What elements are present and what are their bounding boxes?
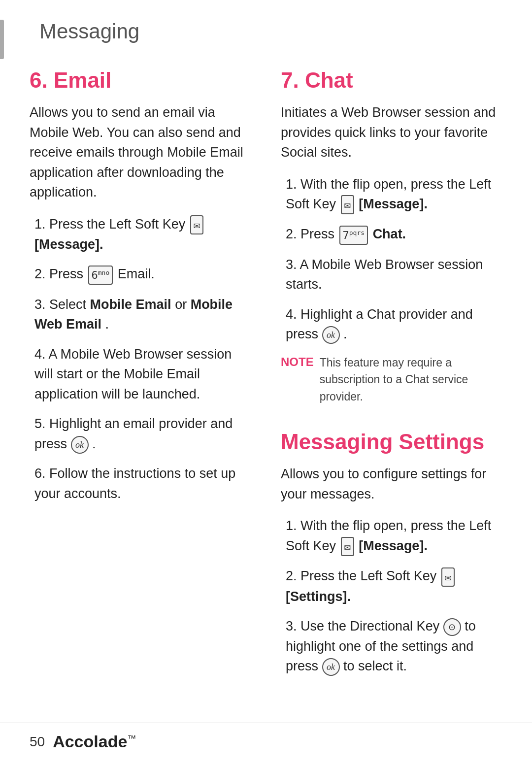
step-1-label: [Message]. <box>34 237 103 252</box>
step-1-num: 1. Press the Left Soft Key <box>34 217 189 232</box>
chat-step-1: 1. With the flip open, press the Left So… <box>281 174 502 215</box>
ms-step-3-text: 3. Use the Directional Key <box>286 619 443 633</box>
email-heading: 6. Email <box>30 68 251 93</box>
ms-step-2-text: 2. Press the Left Soft Key <box>286 568 440 583</box>
step-5-end: . <box>92 436 96 451</box>
step-2-label: Email. <box>118 266 155 281</box>
messaging-settings-heading: Messaging Settings <box>281 430 502 454</box>
ms-step-2-label: [Settings]. <box>286 589 351 604</box>
directional-key-icon: ⊙ <box>443 618 461 636</box>
email-intro: Allows you to send an email via Mobile W… <box>30 102 251 202</box>
email-step-4: 4. A Mobile Web Browser session will sta… <box>30 344 251 404</box>
email-step-3: 3. Select Mobile Email or Mobile Web Ema… <box>30 295 251 334</box>
chat-step-2: 2. Press 7pqrs Chat. <box>281 224 502 244</box>
brand-text: Accolade <box>53 732 127 751</box>
message-key-icon-1: ✉ <box>190 215 203 234</box>
footer-brand-name: Accolade™ <box>53 732 136 751</box>
email-steps-list: 1. Press the Left Soft Key ✉ [Message]. … <box>30 214 251 504</box>
step-4-text: 4. A Mobile Web Browser session will sta… <box>34 347 232 401</box>
email-step-5: 5. Highlight an email provider and press… <box>30 414 251 454</box>
chat-note: NOTE This feature may require a subscrip… <box>281 354 502 405</box>
chat-step-2-label: Chat. <box>373 227 406 241</box>
brand-trademark: ™ <box>127 733 136 743</box>
chat-section: 7. Chat Initiates a Web Browser session … <box>281 68 502 405</box>
messaging-settings-section: Messaging Settings Allows you to configu… <box>281 430 502 676</box>
mobile-email-bold: Mobile Email <box>90 297 171 312</box>
chat-step-1-label: [Message]. <box>359 197 428 211</box>
chat-step-4: 4. Highlight a Chat provider and press o… <box>281 304 502 344</box>
chat-step-4-end: . <box>343 327 347 341</box>
step-3-end: . <box>105 317 109 332</box>
step-3-or: or <box>175 297 191 312</box>
ms-step-3-final: to select it. <box>343 659 407 673</box>
ok-icon-email: ok <box>71 436 89 454</box>
chat-step-3: 3. A Mobile Web Browser session starts. <box>281 255 502 295</box>
side-accent-bar <box>0 20 4 59</box>
email-step-2: 2. Press 6mno Email. <box>30 264 251 284</box>
ok-icon-ms: ok <box>322 658 340 676</box>
email-step-1: 1. Press the Left Soft Key ✉ [Message]. <box>30 214 251 255</box>
chat-step-2-text: 2. Press <box>286 227 338 241</box>
chat-intro: Initiates a Web Browser session and prov… <box>281 102 502 163</box>
step-5-text: 5. Highlight an email provider and press <box>34 416 233 451</box>
right-column: 7. Chat Initiates a Web Browser session … <box>281 68 502 686</box>
chat-steps-list: 1. With the flip open, press the Left So… <box>281 174 502 344</box>
page-footer: 50 Accolade™ <box>0 723 532 751</box>
email-step-6: 6. Follow the instructions to set up you… <box>30 464 251 503</box>
message-key-icon-ms-2: ✉ <box>441 567 455 587</box>
messaging-settings-steps-list: 1. With the flip open, press the Left So… <box>281 516 502 676</box>
chat-heading: 7. Chat <box>281 68 502 93</box>
main-content: 6. Email Allows you to send an email via… <box>30 68 502 686</box>
message-key-icon-chat-1: ✉ <box>341 195 354 214</box>
ms-step-1: 1. With the flip open, press the Left So… <box>281 516 502 556</box>
step-2-text: 2. Press <box>34 266 87 281</box>
chat-step-4-text: 4. Highlight a Chat provider and press <box>286 307 473 342</box>
step-3-text: 3. Select <box>34 297 90 312</box>
message-key-icon-ms-1: ✉ <box>341 537 354 556</box>
note-label: NOTE <box>281 354 314 405</box>
key-6-icon: 6mno <box>88 266 113 285</box>
ok-icon-chat: ok <box>322 326 340 344</box>
ms-step-2: 2. Press the Left Soft Key ✉ [Settings]. <box>281 566 502 606</box>
email-section: 6. Email Allows you to send an email via… <box>30 68 251 513</box>
ms-step-3: 3. Use the Directional Key ⊙ to highligh… <box>281 616 502 676</box>
page-title: Messaging <box>30 20 502 43</box>
ms-step-1-label: [Message]. <box>359 538 428 553</box>
footer-page-number: 50 <box>30 734 45 750</box>
note-text: This feature may require a subscription … <box>320 354 502 405</box>
step-6-text: 6. Follow the instructions to set up you… <box>34 466 235 501</box>
messaging-settings-intro: Allows you to configure settings for you… <box>281 464 502 504</box>
key-7-icon: 7pqrs <box>339 226 368 245</box>
chat-step-3-text: 3. A Mobile Web Browser session starts. <box>286 257 483 292</box>
